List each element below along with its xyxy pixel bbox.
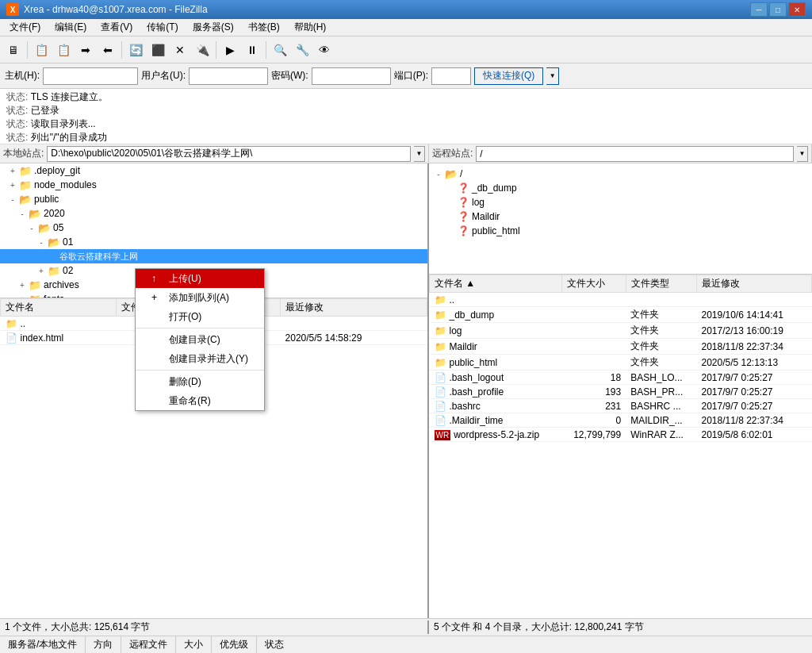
transfer-server-local: 服务器/本地文件 bbox=[0, 636, 86, 653]
ctx-create-dir[interactable]: 创建目录(C) bbox=[136, 330, 264, 349]
local-path-dropdown[interactable]: ▼ bbox=[414, 146, 425, 162]
remote-file-size bbox=[562, 307, 626, 323]
remote-file-size bbox=[562, 293, 626, 307]
ctx-upload[interactable]: ↑ 上传(U) bbox=[136, 269, 264, 288]
user-input[interactable] bbox=[189, 67, 268, 85]
transfer-status: 状态 bbox=[257, 636, 292, 653]
toolbar-open-sitemanager[interactable]: 🖥 bbox=[3, 40, 24, 60]
quickconnect-bar: 主机(H): 用户名(U): 密码(W): 端口(P): 快速连接(Q) ▼ bbox=[0, 63, 812, 89]
menu-view[interactable]: 查看(V) bbox=[94, 20, 139, 36]
ctx-create-dir-label: 创建目录(C) bbox=[169, 333, 220, 347]
col-modified[interactable]: 最近修改 bbox=[281, 299, 427, 317]
ctx-delete[interactable]: 删除(D) bbox=[136, 372, 264, 391]
ctx-open-label: 打开(O) bbox=[169, 310, 201, 324]
remote-col-modified[interactable]: 最近修改 bbox=[696, 275, 811, 293]
toolbar-disconnect[interactable]: ✕ bbox=[170, 40, 190, 60]
remote-tree-db-dump[interactable]: ❓ _db_dump bbox=[432, 181, 809, 195]
transfer-remote-file: 远程文件 bbox=[121, 636, 176, 653]
table-row[interactable]: 📄.bash_logout 18 BASH_LO... 2017/9/7 0:2… bbox=[430, 371, 812, 385]
menu-file[interactable]: 文件(F) bbox=[3, 20, 47, 36]
folder-icon: 📂 bbox=[38, 222, 51, 234]
remote-file-type bbox=[626, 293, 696, 307]
pass-input[interactable] bbox=[312, 67, 391, 85]
ctx-open[interactable]: 打开(O) bbox=[136, 307, 264, 326]
tree-item-05[interactable]: - 📂 05 bbox=[0, 221, 427, 235]
table-row[interactable]: WRwordpress-5.2-ja.zip 12,799,799 WinRAR… bbox=[430, 428, 812, 442]
remote-path-dropdown[interactable]: ▼ bbox=[797, 146, 808, 162]
maximize-button[interactable]: □ bbox=[769, 2, 787, 17]
table-row[interactable]: 📄.Maildir_time 0 MAILDIR_... 2018/11/8 2… bbox=[430, 413, 812, 428]
remote-file-name: 📁Maildir bbox=[430, 339, 562, 355]
tree-label: 02 bbox=[63, 265, 73, 276]
tree-item-2020[interactable]: - 📂 2020 bbox=[0, 206, 427, 221]
remote-tree-public-html[interactable]: ❓ public_html bbox=[432, 224, 809, 238]
toolbar-stop[interactable]: ⬛ bbox=[147, 40, 168, 60]
table-row[interactable]: 📁log 文件夹 2017/2/13 16:00:19 bbox=[430, 323, 812, 339]
quickconnect-button[interactable]: 快速连接(Q) bbox=[474, 67, 543, 85]
toggle-icon: - bbox=[35, 238, 48, 247]
ctx-add-queue[interactable]: + 添加到队列(A) bbox=[136, 288, 264, 307]
toolbar-btn-1[interactable]: 📋 bbox=[31, 40, 52, 60]
remote-path-input[interactable] bbox=[476, 146, 794, 162]
close-button[interactable]: ✕ bbox=[788, 2, 806, 17]
remote-file-list[interactable]: 文件名 ▲ 文件大小 文件类型 最近修改 📁.. 📁_db_dump bbox=[429, 275, 812, 618]
tree-item-node-modules[interactable]: + 📁 node_modules bbox=[0, 178, 427, 192]
tree-item-deploy-git[interactable]: + 📁 .deploy_git bbox=[0, 163, 427, 178]
remote-col-type[interactable]: 文件类型 bbox=[626, 275, 696, 293]
col-filename[interactable]: 文件名 bbox=[1, 299, 117, 317]
tree-item-01[interactable]: - 📂 01 bbox=[0, 235, 427, 249]
toolbar-process-queue[interactable]: ▶ bbox=[220, 40, 240, 60]
toggle-icon: + bbox=[35, 267, 48, 275]
toggle-icon: - bbox=[16, 209, 29, 218]
remote-col-filename[interactable]: 文件名 ▲ bbox=[430, 275, 562, 293]
local-path-input[interactable] bbox=[47, 146, 411, 162]
host-input[interactable] bbox=[43, 67, 138, 85]
menu-transfer[interactable]: 传输(T) bbox=[140, 20, 184, 36]
toolbar-stop-queue[interactable]: ⏸ bbox=[242, 40, 262, 60]
table-row[interactable]: 📄.bashrc 231 BASHRC ... 2017/9/7 0:25:27 bbox=[430, 399, 812, 413]
toolbar-search[interactable]: 🔍 bbox=[270, 40, 290, 60]
remote-tree-maildir[interactable]: ❓ Maildir bbox=[432, 209, 809, 224]
remote-file-name: WRwordpress-5.2-ja.zip bbox=[430, 428, 562, 442]
toolbar-btn-5[interactable]: 🔌 bbox=[192, 40, 213, 60]
toolbar-filter[interactable]: 🔧 bbox=[292, 40, 312, 60]
remote-tree[interactable]: - 📂 / ❓ _db_dump ❓ log ❓ Maildir bbox=[429, 163, 812, 275]
toolbar-btn-2[interactable]: 📋 bbox=[53, 40, 74, 60]
remote-file-size: 231 bbox=[562, 399, 626, 413]
window-controls[interactable]: ─ □ ✕ bbox=[750, 2, 806, 17]
quickconnect-dropdown[interactable]: ▼ bbox=[546, 67, 559, 85]
remote-tree-root[interactable]: - 📂 / bbox=[432, 167, 809, 181]
toolbar-compare[interactable]: 👁 bbox=[314, 40, 335, 60]
toolbar-btn-4[interactable]: ⬅ bbox=[98, 40, 118, 60]
tree-label: public bbox=[34, 194, 59, 205]
table-row[interactable]: 📁public_html 文件夹 2020/5/5 12:13:13 bbox=[430, 355, 812, 371]
remote-col-size[interactable]: 文件大小 bbox=[562, 275, 626, 293]
ctx-rename[interactable]: 重命名(R) bbox=[136, 391, 264, 410]
toolbar-refresh[interactable]: 🔄 bbox=[125, 40, 146, 60]
port-input[interactable] bbox=[431, 67, 471, 85]
remote-file-type: 文件夹 bbox=[626, 355, 696, 371]
remote-file-name: 📁public_html bbox=[430, 355, 562, 371]
table-row[interactable]: 📁.. bbox=[430, 293, 812, 307]
ctx-create-dir-enter[interactable]: 创建目录并进入(Y) bbox=[136, 349, 264, 368]
status-label-3: 状态: bbox=[6, 118, 28, 129]
remote-file-modified: 2017/9/7 0:25:27 bbox=[696, 399, 811, 413]
remote-file-modified: 2020/5/5 12:13:13 bbox=[696, 355, 811, 371]
menu-server[interactable]: 服务器(S) bbox=[186, 20, 240, 36]
toolbar-btn-3[interactable]: ➡ bbox=[75, 40, 96, 60]
tree-item-public[interactable]: - 📂 public bbox=[0, 192, 427, 206]
minimize-button[interactable]: ─ bbox=[750, 2, 768, 17]
status-label-4: 状态: bbox=[6, 132, 28, 143]
tree-label: 2020 bbox=[44, 208, 65, 219]
table-row[interactable]: 📁Maildir 文件夹 2018/11/8 22:37:34 bbox=[430, 339, 812, 355]
menu-bookmark[interactable]: 书签(B) bbox=[242, 20, 286, 36]
file-name: 📁.. bbox=[1, 317, 117, 331]
table-row[interactable]: 📄.bash_profile 193 BASH_PR... 2017/9/7 0… bbox=[430, 385, 812, 399]
table-row[interactable]: 📁_db_dump 文件夹 2019/10/6 14:14:41 bbox=[430, 307, 812, 323]
menu-help[interactable]: 帮助(H) bbox=[288, 20, 333, 36]
menu-edit[interactable]: 编辑(E) bbox=[48, 20, 93, 36]
remote-tree-log[interactable]: ❓ log bbox=[432, 195, 809, 209]
tree-item-gugelun[interactable]: 谷歌云搭建科学上网 bbox=[0, 249, 427, 263]
remote-file-size: 0 bbox=[562, 413, 626, 428]
remote-file-modified: 2019/5/8 6:02:01 bbox=[696, 428, 811, 442]
